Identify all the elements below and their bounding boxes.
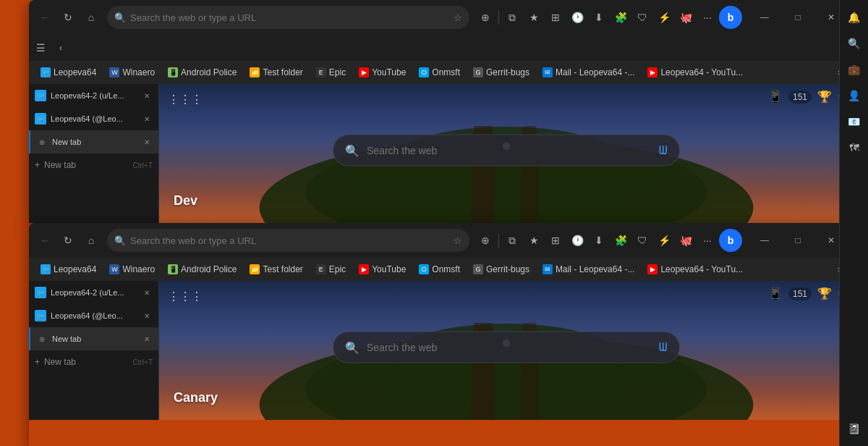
more-menu-canary[interactable]: ··· bbox=[697, 230, 718, 251]
tab-close-c-2[interactable]: ✕ bbox=[141, 310, 153, 321]
home-button-canary[interactable]: ⌂ bbox=[81, 230, 101, 251]
browser-essentials-canary[interactable]: 🛡 bbox=[632, 230, 652, 251]
tab-title-c-1: Leopeva64-2 (u/Le... bbox=[51, 288, 137, 297]
profile-circle[interactable]: ⊕ bbox=[475, 7, 495, 28]
tab-item-leopeva64-2[interactable]: 🐦 Leopeva64-2 (u/Le... ✕ bbox=[29, 84, 158, 107]
downloads-canary[interactable]: ⬇ bbox=[589, 230, 609, 251]
bookmark-winaero[interactable]: W Winaero bbox=[103, 64, 161, 81]
new-tab-button[interactable]: + New tab Ctrl+T bbox=[29, 155, 158, 175]
tab-close-c-3[interactable]: ✕ bbox=[141, 333, 153, 345]
profile-circle-canary[interactable]: ⊕ bbox=[475, 230, 495, 251]
newtab-apps-icon-canary[interactable]: ⋮⋮⋮ bbox=[165, 287, 205, 306]
collections-btn[interactable]: ⊞ bbox=[545, 7, 566, 28]
bookmark-android-police[interactable]: 📱 Android Police bbox=[162, 64, 242, 81]
bookmark-leopeva64-c[interactable]: 🐦 Leopeva64 bbox=[35, 261, 102, 278]
address-bar-canary[interactable]: 🔍 ☆ bbox=[107, 229, 469, 252]
bookmark-test-c[interactable]: 📁 Test folder bbox=[244, 261, 308, 278]
extensions-canary[interactable]: 🧩 bbox=[610, 230, 631, 251]
newtab-search-box[interactable]: 🔍 ᗯ bbox=[333, 135, 680, 167]
bookmark-gerrit-c[interactable]: G Gerrit-bugs bbox=[467, 261, 535, 278]
sidebar-search-icon[interactable]: 🔍 bbox=[843, 32, 866, 55]
bookmark-epic-c[interactable]: E Epic bbox=[310, 261, 352, 278]
bookmark-favicon-test: 📁 bbox=[250, 67, 260, 77]
split-screen[interactable]: ⧉ bbox=[502, 7, 522, 28]
tabs-collapse[interactable]: ‹ bbox=[52, 38, 69, 58]
back-button-canary[interactable]: ← bbox=[35, 230, 55, 251]
bookmark-android-c[interactable]: 📱 Android Police bbox=[162, 261, 242, 278]
tab-close-c-1[interactable]: ✕ bbox=[141, 287, 153, 298]
tab-item-newtab-c[interactable]: ⊕ New tab ✕ bbox=[29, 327, 158, 350]
bookmark-test-folder[interactable]: 📁 Test folder bbox=[244, 64, 308, 81]
maximize-button[interactable]: □ bbox=[781, 6, 814, 29]
refresh-button[interactable]: ↻ bbox=[58, 7, 78, 28]
tab-item-leopeva64[interactable]: 🐦 Leopeva64 (@Leo... ✕ bbox=[29, 107, 158, 130]
maximize-button-canary[interactable]: □ bbox=[781, 229, 814, 252]
address-input-canary[interactable] bbox=[130, 235, 449, 246]
trophy-icon: 🏆 bbox=[817, 90, 832, 104]
bookmark-label: Leopeva64 - YouTu... bbox=[660, 264, 743, 274]
bookmark-youtube[interactable]: ▶ YouTube bbox=[353, 64, 412, 81]
devtools-btn-canary[interactable]: 🐙 bbox=[676, 230, 696, 251]
home-button[interactable]: ⌂ bbox=[81, 7, 101, 28]
back-button[interactable]: ← bbox=[35, 7, 55, 28]
bookmark-onmsft-c[interactable]: O Onmsft bbox=[413, 261, 466, 278]
tab-item-leopeva64-c[interactable]: 🐦 Leopeva64 (@Leo... ✕ bbox=[29, 304, 158, 327]
bookmark-epic[interactable]: E Epic bbox=[310, 64, 352, 81]
collections-btn-canary[interactable]: ⊞ bbox=[545, 230, 566, 251]
divider-canary bbox=[498, 233, 499, 248]
sidebar-toggle[interactable]: ☰ bbox=[30, 38, 51, 58]
devtools-btn[interactable]: 🐙 bbox=[676, 7, 696, 28]
bookmark-mail[interactable]: ✉ Mail - Leopeva64 -... bbox=[537, 64, 640, 81]
collections-icon[interactable]: 💼 bbox=[843, 58, 866, 81]
minimize-button-canary[interactable]: — bbox=[748, 229, 781, 252]
bookmark-favicon-epic-c: E bbox=[316, 264, 326, 274]
tab-close-2[interactable]: ✕ bbox=[141, 113, 153, 125]
more-menu[interactable]: ··· bbox=[697, 7, 718, 28]
outlook-icon[interactable]: 📧 bbox=[843, 110, 866, 133]
newtab-search-box-canary[interactable]: 🔍 ᗯ bbox=[333, 332, 680, 363]
tab-item-leopeva64-2-c[interactable]: 🐦 Leopeva64-2 (u/Le... ✕ bbox=[29, 281, 158, 304]
performance[interactable]: ⚡ bbox=[654, 7, 674, 28]
bing-button[interactable]: b bbox=[719, 6, 742, 29]
tab-close-1[interactable]: ✕ bbox=[141, 90, 153, 101]
window-label-canary: Canary bbox=[174, 390, 218, 405]
new-tab-shortcut: Ctrl+T bbox=[133, 161, 153, 169]
address-bar[interactable]: 🔍 ☆ bbox=[107, 6, 469, 29]
downloads[interactable]: ⬇ bbox=[589, 7, 609, 28]
notifications-icon[interactable]: 🔔 bbox=[843, 6, 866, 29]
bing-button-canary[interactable]: b bbox=[719, 229, 742, 252]
newtab-search-input[interactable] bbox=[367, 145, 652, 156]
browser-window-dev: ← ↻ ⌂ 🔍 ☆ ⊕ ⧉ ★ ⊞ 🕐 ⬇ 🧩 🛡 ⚡ 🐙 ··· b — □ … bbox=[29, 0, 854, 223]
address-input[interactable] bbox=[130, 12, 449, 23]
new-tab-plus-icon-c: + bbox=[35, 357, 40, 367]
newtab-search-input-canary[interactable] bbox=[367, 342, 652, 353]
new-tab-button-canary[interactable]: + New tab Ctrl+T bbox=[29, 352, 158, 372]
history[interactable]: 🕐 bbox=[567, 7, 587, 28]
search-icon-c: 🔍 bbox=[345, 340, 359, 354]
bookmark-favicon-youtube: ▶ bbox=[359, 67, 369, 77]
extensions[interactable]: 🧩 bbox=[610, 7, 631, 28]
bookmark-onmsft[interactable]: O Onmsft bbox=[413, 64, 466, 81]
tab-item-newtab[interactable]: ⊕ New tab ✕ bbox=[29, 130, 158, 153]
minimize-button[interactable]: — bbox=[748, 6, 781, 29]
browser-essentials[interactable]: 🛡 bbox=[632, 7, 652, 28]
tab-title-1: Leopeva64-2 (u/Le... bbox=[51, 91, 137, 100]
tab-close-3[interactable]: ✕ bbox=[141, 136, 153, 148]
newtab-apps-icon[interactable]: ⋮⋮⋮ bbox=[165, 90, 205, 109]
history-canary[interactable]: 🕐 bbox=[567, 230, 587, 251]
refresh-button-canary[interactable]: ↻ bbox=[58, 230, 78, 251]
bookmark-mail-c[interactable]: ✉ Mail - Leopeva64 -... bbox=[537, 261, 640, 278]
bookmark-youtube-c[interactable]: ▶ YouTube bbox=[353, 261, 412, 278]
bookmark-leopeva64[interactable]: 🐦 Leopeva64 bbox=[35, 64, 102, 81]
split-screen-canary[interactable]: ⧉ bbox=[502, 230, 522, 251]
onenote-icon[interactable]: 📓 bbox=[843, 417, 866, 440]
bookmark-youtube2[interactable]: ▶ Leopeva64 - YouTu... bbox=[642, 64, 749, 81]
favorites-canary[interactable]: ★ bbox=[524, 230, 544, 251]
bookmark-winaero-c[interactable]: W Winaero bbox=[103, 261, 161, 278]
profile-icon[interactable]: 👤 bbox=[843, 84, 866, 107]
maps-icon[interactable]: 🗺 bbox=[843, 136, 866, 159]
bookmark-youtube2-c[interactable]: ▶ Leopeva64 - YouTu... bbox=[642, 261, 749, 278]
performance-canary[interactable]: ⚡ bbox=[654, 230, 674, 251]
favorites[interactable]: ★ bbox=[524, 7, 544, 28]
bookmark-gerrit[interactable]: G Gerrit-bugs bbox=[467, 64, 535, 81]
